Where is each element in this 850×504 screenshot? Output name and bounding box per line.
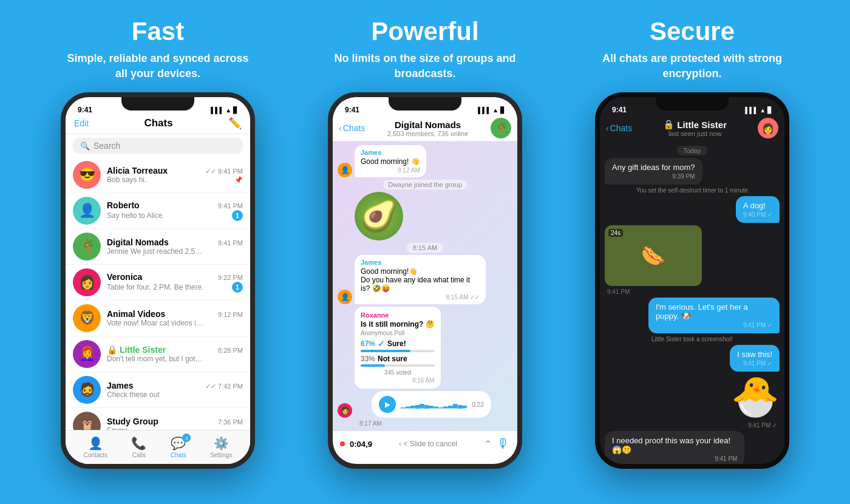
chat-name: Roberto [107, 200, 140, 210]
chat-avatar: 👤 [73, 197, 101, 225]
tab-icon: 👤 [88, 437, 103, 450]
chevron-up-icon: ⌃ [484, 438, 492, 450]
chat-name: Alicia Torreaux [107, 166, 168, 175]
chat-bottom: Check these out [107, 390, 243, 399]
tab-label: Settings [210, 452, 232, 458]
chat-info: Roberto 9:41 PM Say hello to Alice. 1 [107, 200, 243, 221]
poll-option-2: 33% Not sure [361, 355, 435, 367]
back-label-3: Chats [610, 123, 633, 133]
voice-record-bar: 0:04,9 ‹ < Slide to cancel ⌃ 🎙 [333, 431, 517, 457]
poll-bar-1 [361, 350, 435, 352]
smsg-gift-ideas: Any gift ideas for mom? 9:39 PM [605, 158, 702, 185]
chat-item[interactable]: 🌴 Digital Nomads 9:41 PM Jennie We just … [66, 229, 250, 265]
chat-info: Animal Videos 9:12 PM Vote now! Moar cat… [107, 309, 243, 327]
chat-item[interactable]: 👩‍🦰 🔒 Little Sister 8:28 PM Don't tell m… [66, 336, 250, 372]
poll-type: Anonymous Poll [361, 330, 435, 336]
feature-fast: Fast Simple, reliable and synced across … [30, 17, 285, 81]
chat-list: 😎 Alicia Torreaux ✓✓ 9:41 PM Bob says hi… [66, 157, 250, 444]
slide-chevron: ‹ [399, 440, 401, 448]
tab-label: Chats [171, 452, 186, 458]
chat-top: James ✓✓ 7:42 PM [107, 381, 243, 390]
msg-row-james1: 👤 James Good morning! 👋 8:12 AM [338, 145, 512, 177]
compose-icon[interactable]: ✏️ [228, 117, 242, 130]
group-messages: 👤 James Good morning! 👋 8:12 AM Dwayne j… [333, 141, 517, 431]
tab-chats[interactable]: 💬 3 Chats [171, 436, 186, 458]
chat-avatar: 👩‍🦰 [73, 340, 101, 368]
chats-nav: Edit Chats ✏️ [66, 115, 250, 134]
chat-item[interactable]: 👩 Veronica 9:22 PM Table for four, 2 PM.… [66, 265, 250, 301]
msg-sender-james2: James [361, 259, 480, 266]
smsg-saw-this: I saw this! 9:41 PM ✓ [730, 345, 780, 372]
smsg-system-timer: You set the self-destruct timer to 1 min… [636, 187, 748, 194]
smsg-saw-text: I saw this! [737, 350, 772, 359]
james-avatar: 👤 [338, 163, 352, 177]
poll-check-1: ✓ [378, 339, 385, 349]
search-placeholder: Search [93, 141, 120, 151]
msg-text-james2: Good morning!👋Do you have any idea what … [361, 267, 480, 293]
voice-play-button[interactable]: ▶ [379, 396, 396, 413]
smsg-serious-text: I'm serious. Let's get her a puppy. 🐶 [656, 302, 772, 321]
group-name: Digital Nomads [369, 120, 487, 130]
feature-powerful: Powerful No limits on the size of groups… [298, 17, 552, 81]
secure-date-today: Today [677, 146, 707, 155]
voice-time: 8:17 AM [359, 420, 512, 427]
chat-avatar: 🦁 [73, 304, 101, 332]
search-bar[interactable]: 🔍 Search [73, 138, 243, 154]
tab-icon-wrap: 💬 3 [171, 436, 186, 451]
mic-icon[interactable]: 🎙 [497, 436, 510, 452]
poll-label-1: Sure! [387, 339, 406, 348]
chat-item[interactable]: 🧔 James ✓✓ 7:42 PM Check these out [66, 372, 250, 408]
chat-preview: Check these out [107, 390, 160, 399]
feature-powerful-desc: No limits on the size of groups and broa… [334, 51, 516, 81]
feature-fast-desc: Simple, reliable and synced across all y… [67, 51, 249, 81]
phone-chats: 9:41 ▌▌▌ ▲ ▊ Edit Chats ✏️ 🔍 Search 😎 Al… [61, 92, 255, 469]
secure-contact-name: 🔒 Little Sister [636, 119, 754, 130]
chat-preview: Jennie We just reached 2,500 members! WO… [107, 247, 204, 256]
tab-settings[interactable]: ⚙️ Settings [210, 436, 232, 458]
tab-contacts[interactable]: 👤 Contacts [84, 436, 107, 458]
group-members: 2,503 members, 736 online [369, 130, 487, 137]
poll-pct-2: 33% [361, 355, 375, 363]
back-button-3[interactable]: ‹ Chats [606, 123, 632, 133]
voice-duration: 0:22 [472, 401, 483, 408]
back-label-2: Chats [343, 123, 365, 133]
voice-bubble: ▶ ▁▂▃▄▅▄▃▂▁▂▃▅▄▃ 0:22 [372, 391, 491, 418]
tab-calls[interactable]: 📞 Calls [131, 436, 146, 458]
back-button-2[interactable]: ‹ Chats [339, 123, 365, 133]
phone1-inner: 9:41 ▌▌▌ ▲ ▊ Edit Chats ✏️ 🔍 Search 😎 Al… [66, 97, 250, 464]
smsg-gift-text: Any gift ideas for mom? [612, 163, 695, 172]
chat-time: 9:41 PM [218, 202, 243, 209]
smsg-serious: I'm serious. Let's get her a puppy. 🐶 9:… [648, 298, 780, 333]
poll-bar-fill-2 [361, 364, 385, 367]
phone-secure-chat: 9:41 ▌▌▌ ▲ ▊ ‹ Chats 🔒 Little Sister las… [595, 92, 789, 469]
poll-bubble: Roxanne Is it still morning? 🤔 Anonymous… [355, 307, 441, 389]
emma-avatar: 👩 [338, 403, 352, 418]
feature-secure-desc: All chats are protected with strong encr… [601, 51, 783, 81]
secure-avatar: 👩 [758, 118, 778, 138]
chat-info: Alicia Torreaux ✓✓ 9:41 PM Bob says hi. … [107, 166, 243, 184]
chat-top: Animal Videos 9:12 PM [107, 309, 243, 319]
sticker-time: 9:41 PM ✓ [748, 422, 780, 429]
chat-item[interactable]: 😎 Alicia Torreaux ✓✓ 9:41 PM Bob says hi… [66, 157, 250, 193]
chat-info: 🔒 Little Sister 8:28 PM Don't tell mom y… [107, 345, 243, 363]
tab-label: Contacts [84, 452, 107, 458]
img-dog-emoji: 🌭 [641, 244, 665, 267]
edit-button[interactable]: Edit [74, 118, 89, 128]
poll-question: Is it still morning? 🤔 [361, 320, 435, 329]
avocado-sticker: 🥑 [355, 192, 403, 240]
feature-fast-title: Fast [132, 17, 184, 46]
chat-name: Veronica [107, 272, 142, 282]
chat-top: 🔒 Little Sister 8:28 PM [107, 345, 243, 355]
smsg-dog: A dog! 9:40 PM ✓ [736, 196, 780, 223]
smsg-dog-time: 9:40 PM ✓ [743, 211, 772, 218]
chat-item[interactable]: 🦁 Animal Videos 9:12 PM Vote now! Moar c… [66, 301, 250, 336]
chat-item[interactable]: 👤 Roberto 9:41 PM Say hello to Alice. 1 [66, 193, 250, 229]
poll-option-1: 67% ✓ Sure! [361, 339, 435, 352]
msg-james1: James Good morning! 👋 8:12 AM [355, 145, 426, 177]
status-icons-1: ▌▌▌ ▲ ▊ [211, 107, 238, 114]
status-icons-2: ▌▌▌ ▲ ▊ [478, 107, 505, 114]
tab-icon-wrap: 👤 [88, 436, 103, 451]
chat-bottom: Vote now! Moar cat videos in this channe… [107, 319, 243, 327]
status-time-1: 9:41 [78, 106, 92, 114]
msg-time-james2: 8:15 AM ✓✓ [361, 294, 480, 301]
